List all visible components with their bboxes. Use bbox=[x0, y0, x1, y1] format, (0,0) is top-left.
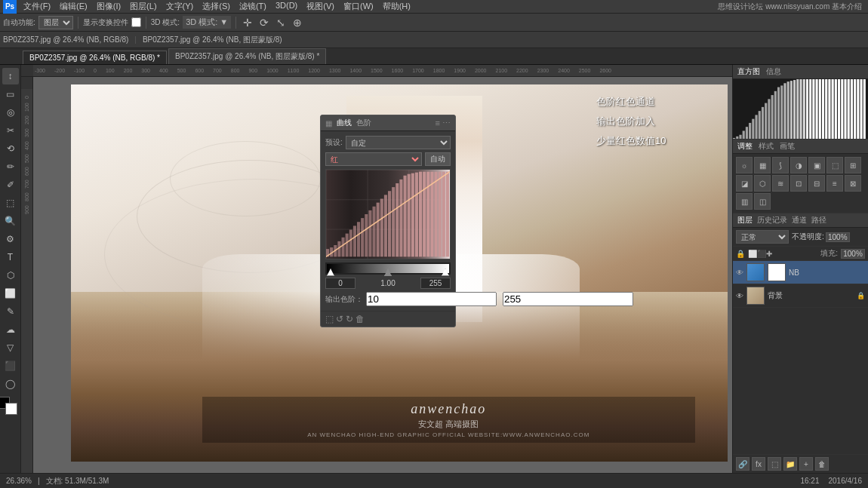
toolbar-3d-btn[interactable]: 3D 模式: ▼ bbox=[183, 16, 231, 29]
adj-gradientmap[interactable]: ▥ bbox=[736, 193, 753, 210]
tool-eraser[interactable]: T bbox=[2, 249, 19, 265]
adj-photofilter[interactable]: ⬡ bbox=[754, 175, 771, 192]
layers-tab-channels[interactable]: 通道 bbox=[792, 215, 807, 226]
transform-scale-icon[interactable]: ⤡ bbox=[274, 17, 288, 29]
tab-levels[interactable]: 色阶 bbox=[356, 118, 371, 128]
adj-colorbalance[interactable]: ⊞ bbox=[845, 157, 861, 173]
adj-levels[interactable]: ▦ bbox=[754, 157, 771, 173]
transform-rotate-icon[interactable]: ⟳ bbox=[257, 17, 271, 29]
menu-window[interactable]: 窗口(W) bbox=[340, 0, 377, 13]
menu-file[interactable]: 文件(F) bbox=[20, 0, 54, 13]
panel-icon-2[interactable]: ↺ bbox=[336, 314, 343, 324]
layer-item-nb[interactable]: 👁 NB bbox=[733, 261, 868, 284]
tool-move[interactable]: ↕ bbox=[2, 68, 19, 84]
panel-collapse-icon[interactable]: ⋯ bbox=[442, 118, 451, 128]
adj-selectivecolor[interactable]: ◫ bbox=[754, 193, 771, 210]
panel-icon-3[interactable]: ↻ bbox=[346, 314, 353, 324]
bg-color[interactable] bbox=[5, 403, 17, 415]
input-min-value[interactable] bbox=[325, 278, 356, 289]
output-max-value[interactable] bbox=[503, 292, 633, 306]
canvas-scroll[interactable]: 0 100 200 300 400 500 600 700 800 900 bbox=[21, 77, 732, 473]
adj-threshold[interactable]: ⊠ bbox=[845, 175, 861, 192]
layer-visibility-nb[interactable]: 👁 bbox=[736, 269, 743, 277]
rp-tab-histogram[interactable]: 直方图 bbox=[737, 66, 760, 77]
adj-exposure[interactable]: ◑ bbox=[790, 157, 807, 173]
tool-path-selection[interactable]: ⬛ bbox=[2, 358, 19, 374]
layer-new-btn[interactable]: + bbox=[799, 457, 813, 471]
canvas-content[interactable]: anwenchao 安文超 高端摄图 AN WENCHAO HIGH-END G… bbox=[33, 77, 732, 473]
output-min-value[interactable] bbox=[366, 292, 497, 306]
layers-tab-paths[interactable]: 路径 bbox=[811, 215, 826, 226]
layers-tab-history[interactable]: 历史记录 bbox=[757, 215, 787, 226]
tool-clone[interactable]: 🔍 bbox=[2, 213, 19, 229]
layer-visibility-bg[interactable]: 👁 bbox=[736, 292, 743, 300]
ruler-h-ticks: -300 -200 -100 0 100 200 300 400 500 600… bbox=[33, 68, 732, 73]
tool-history-brush[interactable]: ⚙ bbox=[2, 231, 19, 247]
layer-item-bg[interactable]: 👁 背景 🔒 bbox=[733, 284, 868, 308]
adj-tab-style[interactable]: 样式 bbox=[759, 141, 774, 152]
tool-text[interactable]: ▽ bbox=[2, 339, 19, 356]
panel-icon-1[interactable]: ⬚ bbox=[325, 314, 334, 324]
input-max-value[interactable] bbox=[420, 278, 451, 289]
layer-effect-btn[interactable]: fx bbox=[752, 457, 765, 471]
adj-channelmixer[interactable]: ≋ bbox=[772, 175, 789, 192]
menu-select[interactable]: 选择(S) bbox=[199, 0, 234, 13]
tool-gradient[interactable]: ⬡ bbox=[2, 267, 19, 284]
adj-invert[interactable]: ⊟ bbox=[808, 175, 825, 192]
tool-heal[interactable]: ✐ bbox=[2, 176, 19, 193]
tool-crop[interactable]: ⟲ bbox=[2, 140, 19, 157]
adj-tab-brush[interactable]: 画笔 bbox=[780, 141, 795, 152]
tool-eyedropper[interactable]: ✏ bbox=[2, 158, 19, 175]
layer-group-btn[interactable]: 📁 bbox=[783, 457, 797, 471]
tab-curves[interactable]: 曲线 bbox=[337, 118, 352, 128]
toolbar-view-mode[interactable]: 图层 bbox=[38, 16, 73, 29]
layers-tab-layers[interactable]: 图层 bbox=[737, 215, 753, 226]
adj-hsl[interactable]: ⬚ bbox=[826, 157, 843, 173]
layer-delete-btn[interactable]: 🗑 bbox=[815, 457, 829, 471]
tool-dodge[interactable]: ✎ bbox=[2, 303, 19, 320]
adj-curves[interactable]: ⟆ bbox=[772, 157, 789, 173]
opacity-input[interactable] bbox=[826, 232, 850, 242]
tool-pen[interactable]: ☁ bbox=[2, 321, 19, 338]
menu-3d[interactable]: 3D(D) bbox=[272, 0, 301, 13]
layer-link-btn[interactable]: 🔗 bbox=[736, 457, 749, 471]
panel-expand-icon[interactable]: ≡ bbox=[436, 118, 440, 128]
transform-move-icon[interactable]: ✛ bbox=[241, 17, 254, 29]
menu-view[interactable]: 视图(V) bbox=[303, 0, 338, 13]
fill-icons: ⬜⬛✚ bbox=[748, 250, 772, 258]
rp-tab-info[interactable]: 信息 bbox=[766, 66, 781, 77]
tool-brush[interactable]: ⬚ bbox=[2, 195, 19, 211]
input-sliders[interactable] bbox=[325, 262, 451, 275]
channel-select[interactable]: 红 bbox=[325, 152, 422, 166]
menu-image[interactable]: 图像(I) bbox=[93, 0, 125, 13]
transform-warp-icon[interactable]: ⊕ bbox=[291, 17, 304, 29]
adj-colorlookup[interactable]: ⊡ bbox=[790, 175, 807, 192]
menu-help[interactable]: 帮助(H) bbox=[379, 0, 414, 13]
adj-posterize[interactable]: ≡ bbox=[826, 175, 843, 192]
tool-lasso[interactable]: ◎ bbox=[2, 104, 19, 121]
menu-layer[interactable]: 图层(L) bbox=[126, 0, 160, 13]
preset-select[interactable]: 自定 bbox=[346, 136, 451, 149]
blend-mode-select[interactable]: 正常 bbox=[736, 230, 789, 244]
tool-select[interactable]: ▭ bbox=[2, 86, 19, 103]
adj-vibrance[interactable]: ▣ bbox=[808, 157, 825, 173]
menu-edit[interactable]: 编辑(E) bbox=[56, 0, 91, 13]
adj-tab-adjust[interactable]: 调整 bbox=[737, 141, 753, 152]
toolbar-show-checkbox[interactable] bbox=[131, 17, 141, 27]
auto-button[interactable]: 自动 bbox=[425, 152, 451, 166]
tool-wand[interactable]: ✂ bbox=[2, 122, 19, 139]
fill-input[interactable] bbox=[841, 249, 865, 259]
svg-rect-71 bbox=[857, 79, 859, 139]
status-date: 2016/4/16 bbox=[829, 477, 863, 485]
adj-brightness[interactable]: ☼ bbox=[736, 157, 753, 173]
menu-filter[interactable]: 滤镜(T) bbox=[235, 0, 270, 13]
tool-shape[interactable]: ◯ bbox=[2, 376, 19, 392]
adj-bw[interactable]: ◪ bbox=[736, 175, 753, 192]
tab-file-2[interactable]: BP0Z2357.jpg @ 26.4% (NB, 图层蒙版/8) * bbox=[168, 48, 326, 64]
tool-blur[interactable]: ⬜ bbox=[2, 285, 19, 302]
layer-mask-btn[interactable]: ⬚ bbox=[768, 457, 781, 471]
svg-rect-31 bbox=[446, 172, 449, 257]
menu-text[interactable]: 文字(Y) bbox=[162, 0, 198, 13]
tab-file-1[interactable]: BP0Z2357.jpg @ 26.4% (NB, RGB/8) * bbox=[23, 51, 167, 64]
panel-icon-4[interactable]: 🗑 bbox=[356, 314, 365, 324]
